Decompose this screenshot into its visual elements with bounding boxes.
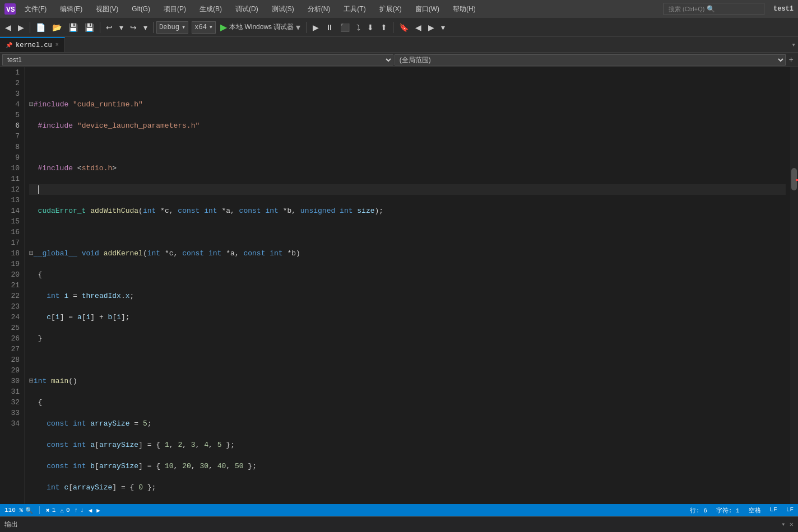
bookmark-button[interactable]: 🔖 — [396, 22, 411, 33]
menu-extensions[interactable]: 扩展(X) — [375, 2, 406, 16]
bookmark-prev-button[interactable]: ◀ — [412, 22, 424, 33]
nav-section: ↑ ↓ — [74, 507, 83, 514]
code-line-19: const int b[arraySize] = { 10, 20, 30, 4… — [29, 461, 786, 472]
run-label: 本地 Windows 调试器 — [229, 22, 294, 32]
code-content: ⊟#include "cuda_runtime.h" #include "dev… — [25, 67, 790, 504]
line-num-11: 11 — [2, 174, 20, 184]
error-count: 1 — [52, 507, 56, 514]
line-num-14: 14 — [2, 206, 20, 216]
step-out-button[interactable]: ⬆ — [378, 22, 390, 33]
line-num-25: 25 — [2, 323, 20, 333]
code-line-8 — [29, 227, 786, 237]
platform-arrow: ▾ — [209, 23, 213, 31]
menu-help[interactable]: 帮助(H) — [448, 2, 480, 16]
bookmark-more-button[interactable]: ▾ — [438, 22, 448, 33]
line-num-2: 2 — [2, 78, 20, 88]
menu-test[interactable]: 测试(S) — [267, 2, 299, 16]
menu-build[interactable]: 生成(B) — [195, 2, 226, 16]
menu-file[interactable]: 文件(F) — [20, 2, 51, 16]
line-ending[interactable]: LF — [770, 506, 777, 515]
bookmark-next-button[interactable]: ▶ — [425, 22, 437, 33]
warning-icon: ⚠ — [60, 507, 64, 514]
indent-mode[interactable]: 空格 — [749, 506, 761, 515]
menu-view[interactable]: 视图(V) — [91, 2, 123, 16]
line-num-7: 7 — [2, 131, 20, 142]
menu-project[interactable]: 项目(P) — [159, 2, 191, 16]
line-num-33: 33 — [2, 408, 20, 418]
code-line-5: #include <stdio.h> — [29, 163, 786, 174]
pause-button[interactable]: ⏸ — [323, 22, 336, 33]
search-box[interactable]: 搜索 (Ctrl+Q) 🔍 — [664, 3, 764, 15]
line-num-20: 20 — [2, 269, 20, 280]
encoding-label: LF — [786, 506, 794, 515]
code-line-7: cudaError_t addWithCuda(int *c, const in… — [29, 206, 786, 216]
undo-dropdown[interactable]: ▾ — [117, 22, 126, 33]
toolbar-separator-5 — [393, 22, 393, 33]
scope-left-dropdown[interactable]: test1 — [2, 54, 393, 66]
search-icon[interactable]: 🔍 — [707, 5, 715, 13]
line-num-17: 17 — [2, 237, 20, 248]
redo-dropdown[interactable]: ▾ — [141, 22, 150, 33]
code-line-12: c[i] = a[i] + b[i]; — [29, 312, 786, 323]
output-bar: 输出 ▾ ✕ — [0, 516, 798, 532]
menu-window[interactable]: 窗口(W) — [411, 2, 444, 16]
debug-config-dropdown[interactable]: Debug ▾ — [156, 21, 188, 34]
error-section[interactable]: ✖ 1 — [46, 507, 55, 514]
line-num-8: 8 — [2, 142, 20, 152]
tab-scroll-right[interactable]: ▾ — [789, 37, 798, 52]
line-num-23: 23 — [2, 301, 20, 312]
line-num-15: 15 — [2, 216, 20, 227]
redo-button[interactable]: ↪ — [127, 22, 140, 33]
zoom-icon[interactable]: 🔍 — [25, 507, 33, 514]
line-num-6: 6 — [2, 120, 20, 131]
line-num-18: 18 — [2, 248, 20, 259]
menu-tools[interactable]: 工具(T) — [339, 2, 370, 16]
line-num-29: 29 — [2, 365, 20, 376]
warning-section[interactable]: ⚠ 0 — [60, 507, 69, 514]
menu-analyze[interactable]: 分析(N) — [303, 2, 335, 16]
nav-down-button[interactable]: ↓ — [80, 507, 84, 514]
platform-dropdown[interactable]: x64 ▾ — [192, 21, 216, 34]
add-scope-button[interactable]: + — [787, 55, 796, 64]
new-file-button[interactable]: 📄 — [33, 22, 48, 33]
line-num-16: 16 — [2, 227, 20, 237]
breakpoint-button[interactable]: ⬛ — [337, 22, 352, 33]
nav-back-button[interactable]: ◀ — [2, 22, 14, 33]
line-num-19: 19 — [2, 259, 20, 269]
code-line-21 — [29, 503, 786, 504]
open-file-button[interactable]: 📂 — [49, 22, 64, 33]
code-line-6 — [29, 184, 786, 195]
code-line-1 — [29, 78, 786, 88]
menu-edit[interactable]: 编辑(E) — [55, 2, 87, 16]
tab-close-button[interactable]: × — [55, 42, 59, 48]
dropdown-bar: test1 (全局范围) + — [0, 53, 798, 67]
run-debugger-button[interactable]: ▶ 本地 Windows 调试器 ▾ — [217, 21, 304, 34]
step-into-button[interactable]: ⬇ — [364, 22, 377, 33]
scroll-left-button[interactable]: ◀ — [89, 507, 92, 514]
continue-button[interactable]: ▶ — [310, 22, 322, 33]
tab-bar: 📌 kernel.cu × ▾ — [0, 37, 798, 53]
save-button[interactable]: 💾 — [66, 22, 81, 33]
zoom-level[interactable]: 110 % — [4, 507, 23, 514]
nav-up-button[interactable]: ↑ — [74, 507, 78, 514]
error-marker — [796, 179, 798, 181]
menu-git[interactable]: Git(G) — [127, 3, 155, 15]
line-num-30: 30 — [2, 376, 20, 386]
code-line-4 — [29, 142, 786, 152]
menu-debug[interactable]: 调试(D) — [231, 2, 263, 16]
scroll-right-button[interactable]: ▶ — [96, 507, 100, 514]
vertical-scrollbar[interactable] — [790, 67, 798, 504]
toolbar-separator-3 — [153, 22, 154, 33]
toolbar-separator-4 — [307, 22, 307, 33]
status-right: 行: 6 字符: 1 空格 LF LF — [690, 506, 794, 515]
step-over-button[interactable]: ⤵ — [354, 22, 363, 33]
code-line-17: const int arraySize = 5; — [29, 418, 786, 429]
line-num-22: 22 — [2, 291, 20, 301]
code-area[interactable]: ⊟#include "cuda_runtime.h" #include "dev… — [25, 67, 790, 504]
scope-right-dropdown[interactable]: (全局范围) — [395, 54, 786, 66]
tab-kernel-cu[interactable]: 📌 kernel.cu × — [0, 37, 65, 52]
undo-button[interactable]: ↩ — [103, 22, 115, 33]
code-line-15: ⊟int main() — [29, 376, 786, 386]
save-all-button[interactable]: 💾 — [82, 22, 97, 33]
nav-forward-button[interactable]: ▶ — [15, 22, 27, 33]
